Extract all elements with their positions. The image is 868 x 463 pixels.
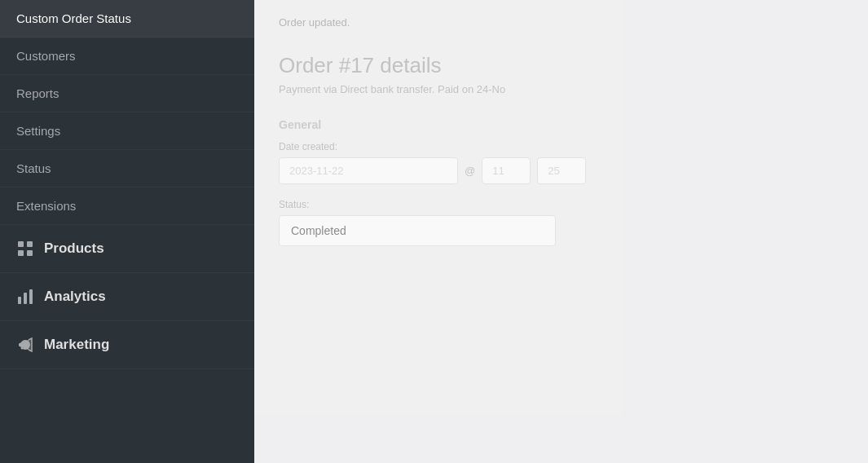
- svg-rect-2: [18, 250, 24, 256]
- sidebar-item-marketing[interactable]: Marketing: [0, 321, 254, 369]
- sidebar-item-status[interactable]: Status: [0, 150, 254, 187]
- svg-rect-4: [18, 297, 21, 304]
- analytics-icon: [16, 288, 34, 306]
- date-input[interactable]: 2023-11-22: [279, 157, 458, 184]
- sidebar-item-extensions[interactable]: Extensions: [0, 187, 254, 225]
- svg-rect-6: [29, 289, 33, 304]
- sidebar-item-products[interactable]: Products: [0, 225, 254, 273]
- order-panel: Order updated. Order #17 details Payment…: [254, 0, 868, 463]
- svg-rect-0: [18, 241, 24, 247]
- sidebar-item-settings[interactable]: Settings: [0, 112, 254, 150]
- svg-rect-3: [27, 250, 33, 256]
- sidebar-item-custom-order-status[interactable]: Custom Order Status: [0, 0, 254, 37]
- order-title: Order #17 details: [279, 53, 844, 78]
- status-label: Status:: [279, 199, 844, 210]
- svg-rect-1: [27, 241, 33, 247]
- sidebar: Custom Order Status Customers Reports Se…: [0, 0, 254, 463]
- at-symbol: @: [465, 165, 475, 177]
- time-min-input[interactable]: 25: [537, 157, 586, 184]
- products-icon: [16, 240, 34, 258]
- sidebar-item-analytics[interactable]: Analytics: [0, 273, 254, 321]
- time-hour-input[interactable]: 11: [482, 157, 531, 184]
- sidebar-item-reports[interactable]: Reports: [0, 75, 254, 112]
- main-content: Order updated. Order #17 details Payment…: [254, 0, 868, 463]
- status-field[interactable]: Completed: [279, 215, 556, 246]
- general-heading: General: [279, 118, 844, 131]
- svg-rect-5: [24, 293, 27, 304]
- order-subtitle: Payment via Direct bank transfer. Paid o…: [279, 83, 844, 95]
- date-created-label: Date created:: [279, 141, 844, 152]
- marketing-icon: [16, 336, 34, 354]
- svg-rect-9: [19, 343, 20, 346]
- sidebar-item-customers[interactable]: Customers: [0, 37, 254, 75]
- date-field-row: 2023-11-22 @ 11 25: [279, 157, 844, 184]
- order-updated-text: Order updated.: [279, 16, 844, 29]
